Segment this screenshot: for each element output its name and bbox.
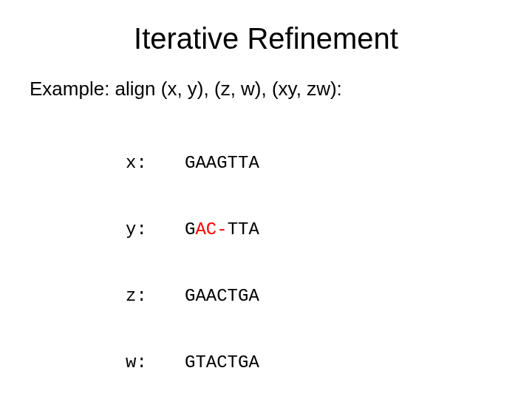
slide-title: Iterative Refinement <box>30 22 502 55</box>
seq-pre: GTACTGA <box>185 352 259 372</box>
row-label: y: <box>126 219 185 241</box>
align-row: y:GAC-TTA <box>126 219 502 241</box>
seq-post: TTA <box>228 219 259 239</box>
row-label: x: <box>126 152 185 174</box>
row-label: w: <box>126 352 185 374</box>
align-row: x:GAAGTTA <box>126 152 502 174</box>
seq-pre: GAAGTTA <box>185 153 259 173</box>
row-label: z: <box>126 285 185 307</box>
align-row: z:GAACTGA <box>126 285 502 307</box>
row-seq: GAACTGA <box>185 285 259 307</box>
example-line: Example: align (x, y), (z, w), (xy, zw): <box>30 78 502 100</box>
row-seq: GTACTGA <box>185 352 259 374</box>
align-row: w:GTACTGA <box>126 352 502 374</box>
seq-pre: G <box>185 219 195 239</box>
row-seq: GAAGTTA <box>185 152 259 174</box>
row-seq: GAC-TTA <box>185 219 259 241</box>
seq-red: AC- <box>195 219 227 239</box>
seq-pre: GAACTGA <box>185 286 259 306</box>
alignment-block-1: x:GAAGTTA y:GAC-TTA z:GAACTGA w:GTACTGA <box>126 108 502 396</box>
